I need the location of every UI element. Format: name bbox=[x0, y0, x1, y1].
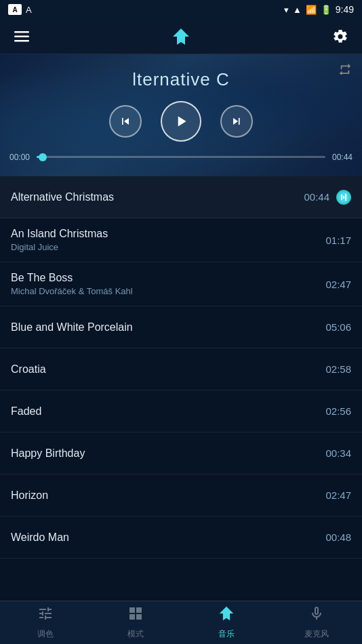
track-item[interactable]: Croatia 02:58 bbox=[0, 348, 362, 390]
nav-label-music: 音乐 bbox=[218, 628, 235, 640]
svg-rect-0 bbox=[14, 31, 29, 33]
track-item[interactable]: Weirdo Man 00:48 bbox=[0, 517, 362, 559]
track-duration: 00:44 bbox=[299, 191, 329, 203]
music-icon bbox=[218, 605, 235, 626]
track-title: An Island Christmas bbox=[11, 228, 321, 240]
equalizer-icon bbox=[37, 605, 54, 626]
track-duration: 02:47 bbox=[321, 279, 351, 290]
play-button[interactable] bbox=[161, 101, 201, 142]
next-button[interactable] bbox=[220, 105, 253, 138]
signal-bars: 📶 bbox=[306, 5, 317, 15]
clock: 9:49 bbox=[336, 4, 354, 15]
app-logo-airplane bbox=[170, 26, 192, 47]
track-title: Croatia bbox=[11, 363, 321, 376]
track-duration: 02:47 bbox=[321, 489, 351, 501]
track-item[interactable]: Horizon 02:47 bbox=[0, 475, 362, 517]
track-info: Be The Boss Michal Dvořáček & Tomáš Kahl bbox=[11, 272, 321, 296]
track-duration: 00:34 bbox=[321, 447, 351, 459]
svg-rect-2 bbox=[14, 40, 29, 42]
status-right: ▾ ▲ 📶 🔋 9:49 bbox=[284, 4, 354, 15]
track-info: Happy Birthday bbox=[11, 447, 321, 460]
repeat-button[interactable] bbox=[338, 62, 353, 78]
nav-item-modes[interactable]: 模式 bbox=[91, 605, 182, 640]
nav-item-music[interactable]: 音乐 bbox=[181, 605, 272, 640]
player-area: lternative C 00:00 00:44 bbox=[0, 54, 362, 176]
track-title: Faded bbox=[11, 405, 321, 418]
time-start: 00:00 bbox=[9, 153, 30, 162]
track-title: Weirdo Man bbox=[11, 531, 321, 544]
top-nav bbox=[0, 19, 362, 54]
wifi-icon: ▾ bbox=[284, 5, 289, 15]
track-duration: 05:06 bbox=[321, 321, 351, 333]
track-info: An Island Christmas Digital Juice bbox=[11, 228, 321, 252]
track-title: Alternative Christmas bbox=[11, 191, 299, 203]
track-item[interactable]: Blue and White Porcelain 05:06 bbox=[0, 306, 362, 348]
status-a-label: A bbox=[26, 5, 32, 15]
track-info: Alternative Christmas bbox=[11, 191, 299, 203]
progress-track[interactable] bbox=[37, 156, 325, 158]
nav-item-equalizer[interactable]: 调色 bbox=[0, 605, 91, 640]
track-title: Be The Boss bbox=[11, 272, 321, 284]
track-duration: 01:17 bbox=[321, 235, 351, 246]
track-info: Blue and White Porcelain bbox=[11, 321, 321, 334]
bottom-nav: 调色 模式 音乐 麦克风 bbox=[0, 601, 362, 644]
track-info: Croatia bbox=[11, 363, 321, 376]
signal-icon: ▲ bbox=[293, 5, 302, 15]
time-end: 00:44 bbox=[332, 153, 353, 162]
nav-label-modes: 模式 bbox=[127, 628, 144, 640]
nav-label-mic: 麦克风 bbox=[304, 628, 329, 640]
settings-button[interactable] bbox=[329, 26, 351, 47]
modes-icon bbox=[127, 605, 144, 626]
track-duration: 02:58 bbox=[321, 363, 351, 375]
status-left: A A bbox=[8, 4, 32, 15]
progress-row: 00:00 00:44 bbox=[0, 153, 362, 162]
player-controls bbox=[109, 101, 253, 142]
battery-icon: 🔋 bbox=[321, 5, 331, 15]
track-title: Blue and White Porcelain bbox=[11, 321, 321, 334]
track-item[interactable]: Alternative Christmas 00:44 bbox=[0, 176, 362, 218]
track-artist: Digital Juice bbox=[11, 242, 321, 252]
album-title: lternative C bbox=[132, 69, 230, 90]
track-info: Faded bbox=[11, 405, 321, 418]
track-list: Alternative Christmas 00:44 An Island Ch… bbox=[0, 176, 362, 601]
prev-button[interactable] bbox=[109, 105, 142, 138]
track-duration: 02:56 bbox=[321, 405, 351, 417]
progress-thumb bbox=[39, 153, 47, 161]
svg-rect-1 bbox=[14, 35, 29, 37]
track-item[interactable]: An Island Christmas Digital Juice 01:17 bbox=[0, 218, 362, 262]
mic-icon bbox=[308, 605, 325, 626]
track-title: Horizon bbox=[11, 489, 321, 502]
hamburger-menu-button[interactable] bbox=[11, 26, 33, 47]
nav-label-equalizer: 调色 bbox=[37, 628, 54, 640]
track-item[interactable]: Happy Birthday 00:34 bbox=[0, 432, 362, 475]
track-info: Horizon bbox=[11, 489, 321, 502]
track-item[interactable]: Faded 02:56 bbox=[0, 390, 362, 432]
track-item[interactable]: Be The Boss Michal Dvořáček & Tomáš Kahl… bbox=[0, 262, 362, 306]
track-duration: 00:48 bbox=[321, 531, 351, 543]
nav-item-mic[interactable]: 麦克风 bbox=[272, 605, 363, 640]
track-info: Weirdo Man bbox=[11, 531, 321, 544]
now-playing-icon bbox=[336, 190, 351, 205]
notification-icon: A bbox=[8, 4, 22, 15]
status-bar: A A ▾ ▲ 📶 🔋 9:49 bbox=[0, 0, 362, 19]
track-artist: Michal Dvořáček & Tomáš Kahl bbox=[11, 286, 321, 296]
track-title: Happy Birthday bbox=[11, 447, 321, 460]
